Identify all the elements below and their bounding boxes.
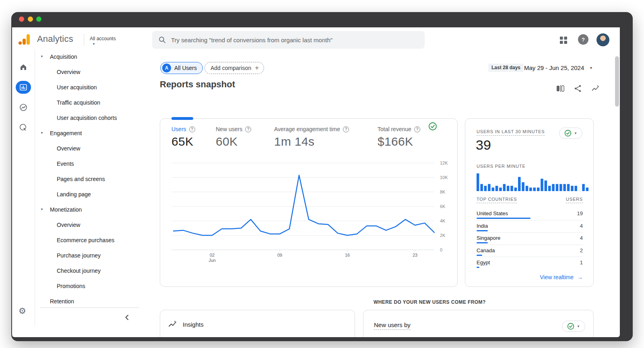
metric-average-engagement-time[interactable]: Average engagement time?1m 14s — [274, 126, 349, 148]
country-row-canada: Canada2 — [477, 245, 583, 257]
help-icon[interactable]: ? — [189, 126, 195, 132]
add-comparison-label: Add comparison — [211, 65, 251, 71]
nav-section-label: Retention — [50, 298, 74, 305]
topbar: Analytics All accounts ▼ ? — [12, 27, 620, 52]
chevron-down-icon[interactable]: ▼ — [589, 66, 593, 70]
nav-item-monetization-checkout-journey[interactable]: Checkout journey — [35, 263, 152, 278]
nav-item-monetization-overview[interactable]: Overview — [35, 217, 152, 233]
new-users-card: New users by ▼ — [363, 310, 594, 337]
nav-section-monetization[interactable]: ▼Monetization — [35, 202, 152, 217]
metric-total-revenue[interactable]: Total revenue?$166K — [378, 126, 420, 148]
insights-icon[interactable] — [592, 84, 600, 93]
analytics-logo-icon[interactable] — [19, 34, 31, 45]
users-last-30min-value: 39 — [476, 137, 491, 153]
add-comparison-button[interactable]: Add comparison + — [204, 62, 264, 74]
metrics-row: Users?65KNew users?60KAverage engagement… — [171, 126, 453, 154]
help-icon[interactable]: ? — [343, 126, 349, 132]
plus-icon: + — [255, 64, 259, 72]
date-range-badge: Last 28 days — [488, 64, 524, 72]
window-titlebar — [11, 12, 633, 27]
minimize-window-button[interactable] — [28, 16, 33, 22]
country-row-singapore: Singapore4 — [477, 233, 583, 245]
nav-item-engagement-landing-page[interactable]: Landing page — [35, 187, 152, 202]
reports-nav-icon-active[interactable] — [16, 81, 31, 94]
date-range-selector[interactable]: May 29 - Jun 25, 2024 — [524, 64, 584, 71]
share-icon[interactable] — [574, 84, 582, 93]
nav-divider — [40, 307, 139, 308]
nav-item-monetization-promotions[interactable]: Promotions — [35, 278, 152, 294]
green-check-icon — [564, 130, 572, 137]
account-selector[interactable]: All accounts — [90, 36, 116, 41]
insights-card: Insights — [160, 310, 355, 337]
new-users-by-label: New users by — [374, 321, 411, 330]
chevron-down-icon[interactable]: ▼ — [40, 126, 43, 141]
country-name: Canada — [477, 247, 495, 253]
vertical-scrollbar-thumb[interactable] — [615, 56, 619, 107]
realtime-status-dropdown[interactable]: ▼ — [559, 128, 582, 139]
metric-users[interactable]: Users?65K — [171, 126, 195, 148]
country-bar — [477, 230, 488, 231]
apps-grid-icon[interactable] — [559, 36, 568, 44]
nav-item-engagement-overview[interactable]: Overview — [35, 141, 152, 156]
insights-header[interactable]: Insights — [168, 320, 204, 329]
view-realtime-link[interactable]: View realtime → — [540, 274, 583, 280]
country-bar — [477, 255, 482, 256]
nav-item-acquisition-user-acquisition-cohorts[interactable]: User acquisition cohorts — [35, 110, 152, 126]
nav-item-acquisition-overview[interactable]: Overview — [35, 64, 152, 80]
home-icon[interactable] — [19, 63, 27, 71]
svg-text:09: 09 — [277, 253, 282, 257]
top-countries-label: TOP COUNTRIES — [477, 197, 517, 203]
chevron-down-icon[interactable]: ▼ — [92, 42, 95, 46]
country-users: 2 — [580, 247, 583, 253]
search-bar[interactable] — [152, 31, 425, 49]
chevron-down-icon: ▼ — [577, 325, 580, 328]
data-quality-check-icon[interactable] — [428, 122, 437, 131]
admin-gear-icon[interactable]: ⚙ — [19, 307, 26, 315]
nav-item-monetization-ecommerce-purchases[interactable]: Ecommerce purchases — [35, 233, 152, 248]
nav-section-retention[interactable]: Retention — [35, 294, 152, 309]
collapse-sidebar-icon[interactable] — [124, 314, 131, 321]
nav-item-acquisition-user-acquisition[interactable]: User acquisition — [35, 80, 152, 95]
realtime-card: USERS IN LAST 30 MINUTES ▼ 39 USERS PER … — [465, 118, 594, 287]
country-users: 4 — [580, 223, 583, 229]
metric-value: 1m 14s — [274, 135, 349, 148]
product-name: Analytics — [37, 34, 73, 44]
svg-text:23: 23 — [413, 253, 417, 257]
nav-section-acquisition[interactable]: ▼Acquisition — [35, 49, 152, 64]
explore-icon[interactable] — [19, 103, 27, 111]
help-icon[interactable]: ? — [414, 126, 420, 132]
svg-text:4K: 4K — [440, 218, 446, 223]
nav-item-engagement-events[interactable]: Events — [35, 156, 152, 171]
nav-item-engagement-pages-and-screens[interactable]: Pages and screens — [35, 171, 152, 187]
chevron-down-icon[interactable]: ▼ — [40, 202, 43, 217]
country-name: United States — [477, 210, 508, 216]
new-users-status-dropdown[interactable]: ▼ — [562, 321, 585, 332]
report-actions — [556, 84, 600, 93]
metric-new-users[interactable]: New users?60K — [216, 126, 251, 148]
edit-comparison-icon[interactable] — [556, 84, 564, 93]
chevron-down-icon[interactable]: ▼ — [40, 49, 43, 64]
search-icon — [159, 36, 166, 43]
nav-section-engagement[interactable]: ▼Engagement — [35, 126, 152, 141]
nav-item-acquisition-traffic-acquisition[interactable]: Traffic acquisition — [35, 95, 152, 110]
zoom-window-button[interactable] — [36, 16, 41, 22]
close-window-button[interactable] — [19, 16, 24, 22]
metric-label: New users — [216, 126, 242, 132]
active-metric-tab-indicator — [171, 117, 193, 120]
advertising-icon[interactable] — [19, 124, 27, 132]
help-icon[interactable]: ? — [578, 34, 588, 45]
svg-text:Jun: Jun — [208, 258, 216, 263]
help-icon[interactable]: ? — [245, 126, 251, 132]
country-bar — [477, 242, 488, 243]
country-users: 4 — [580, 235, 583, 241]
country-users: 1 — [580, 259, 583, 266]
search-input[interactable] — [171, 37, 418, 43]
insights-label: Insights — [183, 321, 204, 328]
page-title: Reports snapshot — [160, 79, 235, 90]
metric-label: Users — [171, 126, 186, 132]
nav-panel: ▼AcquisitionOverviewUser acquisitionTraf… — [35, 49, 152, 309]
nav-item-monetization-purchase-journey[interactable]: Purchase journey — [35, 248, 152, 263]
avatar[interactable] — [597, 33, 609, 46]
all-users-chip[interactable]: A All Users — [160, 62, 203, 74]
green-check-icon — [567, 323, 574, 330]
